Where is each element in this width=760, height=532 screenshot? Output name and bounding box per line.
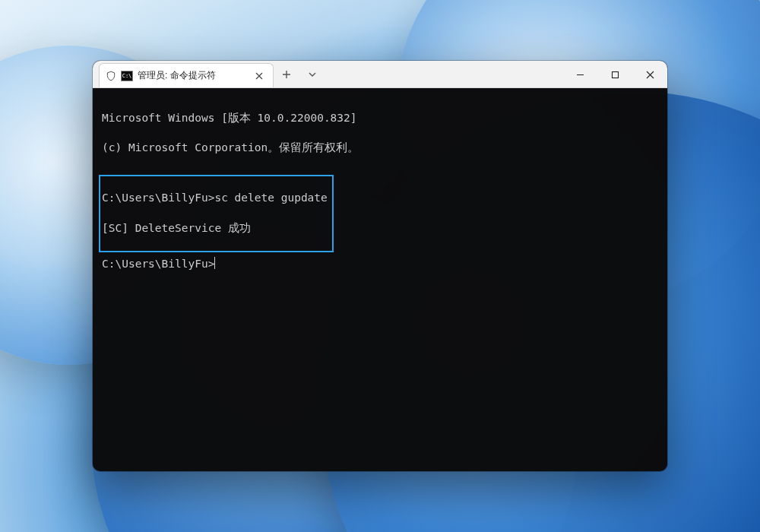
terminal-prompt: C:\Users\BillyFu> [102,258,214,270]
tab-cmd[interactable]: C:\ 管理员: 命令提示符 [99,63,274,87]
shield-icon [106,71,116,81]
terminal-body[interactable]: Microsoft Windows [版本 10.0.22000.832] (c… [93,88,667,471]
terminal-line: [SC] DeleteService 成功 [102,221,328,236]
terminal-window: C:\ 管理员: 命令提示符 Microsoft [93,61,667,471]
terminal-line: C:\Users\BillyFu> [102,257,658,272]
terminal-cursor [214,257,215,269]
terminal-line: Microsoft Windows [版本 10.0.22000.832] [102,111,658,126]
cmd-icon: C:\ [121,71,133,81]
minimize-button[interactable] [562,61,597,88]
titlebar-drag-region[interactable] [325,61,562,87]
terminal-line: C:\Users\BillyFu>sc delete gupdate [102,191,328,206]
new-tab-button[interactable] [274,61,299,88]
titlebar[interactable]: C:\ 管理员: 命令提示符 [93,61,667,88]
tab-close-button[interactable] [252,68,267,84]
terminal-line: (c) Microsoft Corporation。保留所有权利。 [102,141,658,156]
close-button[interactable] [632,61,667,88]
tab-strip: C:\ 管理员: 命令提示符 [93,61,274,87]
annotation-highlight: C:\Users\BillyFu>sc delete gupdate [SC] … [99,175,334,252]
maximize-button[interactable] [597,61,632,88]
tab-title: 管理员: 命令提示符 [138,69,247,82]
tab-dropdown-button[interactable] [299,61,325,88]
svg-rect-0 [612,71,618,78]
